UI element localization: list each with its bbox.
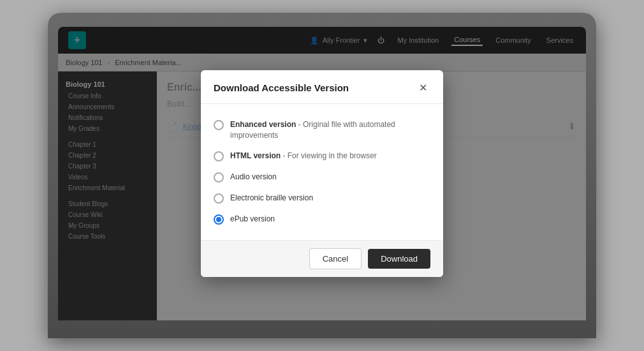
option-epub[interactable]: ePub version [214,209,430,230]
modal-title: Download Accessible Version [214,82,349,93]
radio-enhanced[interactable] [214,120,224,130]
label-braille: Electronic braille version [230,193,313,204]
radio-audio[interactable] [214,172,224,183]
modal-dialog: Download Accessible Version ✕ Enhanced v… [201,70,443,278]
radio-epub[interactable] [214,214,224,225]
modal-body: Enhanced version - Original file with au… [201,104,443,241]
radio-html[interactable] [214,151,224,161]
modal-overlay: Download Accessible Version ✕ Enhanced v… [58,27,586,320]
option-html[interactable]: HTML version - For viewing in the browse… [214,146,430,167]
download-button[interactable]: Download [368,249,430,269]
radio-braille[interactable] [214,193,224,204]
cancel-button[interactable]: Cancel [309,248,362,269]
option-audio[interactable]: Audio version [214,167,430,188]
label-enhanced: Enhanced version - Original file with au… [230,119,430,141]
option-braille[interactable]: Electronic braille version [214,188,430,209]
laptop-shell: + 👤 Ally Frontier ▾ ⏻ My Institution Cou… [48,13,596,338]
screen-content: + 👤 Ally Frontier ▾ ⏻ My Institution Cou… [58,27,586,320]
modal-header: Download Accessible Version ✕ [201,70,443,104]
laptop-screen: + 👤 Ally Frontier ▾ ⏻ My Institution Cou… [58,27,586,320]
modal-footer: Cancel Download [201,240,443,277]
modal-close-button[interactable]: ✕ [415,80,430,96]
label-html: HTML version - For viewing in the browse… [230,151,377,161]
label-epub: ePub version [230,214,275,225]
label-audio: Audio version [230,172,277,183]
option-enhanced[interactable]: Enhanced version - Original file with au… [214,114,430,146]
